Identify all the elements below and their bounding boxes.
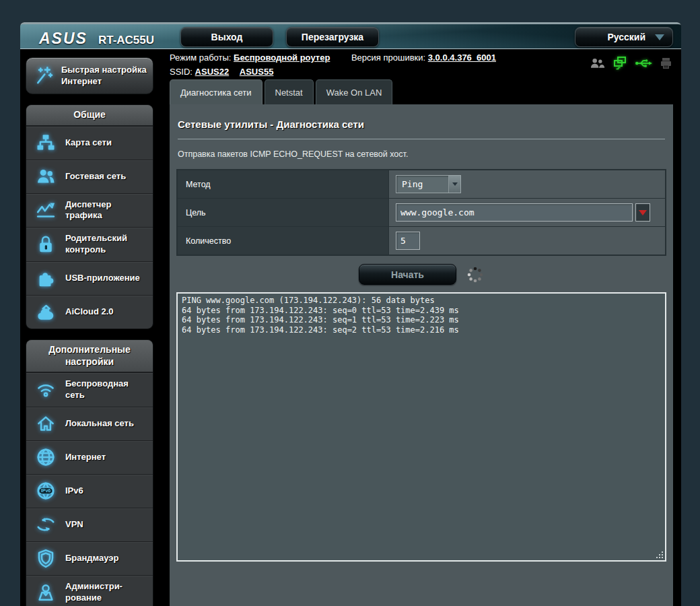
top-banner: ASUS RT-AC55U Выход Перезагрузка Русский xyxy=(20,22,681,49)
reboot-button[interactable]: Перезагрузка xyxy=(286,27,379,47)
ssid-link-2[interactable]: ASUS55 xyxy=(240,67,274,77)
guests-icon xyxy=(35,166,57,187)
magic-wand-icon xyxy=(33,65,55,87)
start-button[interactable]: Начать xyxy=(359,264,456,285)
quick-setup-button[interactable]: Быстрая настройка Интернет xyxy=(26,57,153,94)
sidebar-item-administration[interactable]: Администри-рование xyxy=(26,575,153,606)
sidebar-item-ipv6[interactable]: IPv6 IPv6 xyxy=(26,474,153,508)
firmware-label: Версия прошивки: xyxy=(351,53,425,63)
globe-icon xyxy=(35,447,57,467)
sidebar: Быстрая настройка Интернет Общие Карта с… xyxy=(26,57,153,606)
sidebar-item-wan[interactable]: Интернет xyxy=(26,440,153,474)
count-label: Количество xyxy=(177,227,389,256)
target-input[interactable] xyxy=(396,203,633,222)
language-dropdown[interactable]: Русский xyxy=(575,27,673,47)
traffic-chart-icon xyxy=(35,200,57,220)
mode-link[interactable]: Беспроводной роутер xyxy=(234,53,330,63)
ssid-label: SSID: xyxy=(170,67,193,77)
sidebar-item-firewall[interactable]: Брандмауэр xyxy=(26,541,153,575)
sidebar-section-general: Общие Карта сети xyxy=(26,104,153,329)
router-admin-window: ASUS RT-AC55U Выход Перезагрузка Русский… xyxy=(20,22,681,606)
quick-setup-label: Быстрая настройка Интернет xyxy=(61,65,147,88)
sidebar-item-aicloud[interactable]: AiCloud 2.0 xyxy=(26,295,153,329)
tab-netstat[interactable]: Netstat xyxy=(265,79,314,104)
method-label: Метод xyxy=(177,170,389,199)
ping-output-textarea[interactable]: PING www.google.com (173.194.122.243): 5… xyxy=(176,292,666,562)
red-arrow-icon xyxy=(639,210,647,215)
loading-spinner-icon xyxy=(466,266,484,283)
house-icon xyxy=(35,413,57,434)
vpn-arrows-icon xyxy=(35,514,57,535)
sidebar-item-usb-application[interactable]: USB-приложение xyxy=(26,261,153,295)
page: { "titlebar": { "brand": "ASUS", "model"… xyxy=(0,0,700,606)
infobar: Режим работы: Беспроводной роутер Версия… xyxy=(170,53,496,77)
firmware-link[interactable]: 3.0.0.4.376_6001 xyxy=(428,53,496,63)
wifi-icon xyxy=(35,380,57,400)
infobar-line1: Режим работы: Беспроводной роутер Версия… xyxy=(170,53,496,63)
target-label: Цель xyxy=(177,199,389,227)
ssid-link-1[interactable]: ASUS22 xyxy=(195,67,230,77)
target-dropdown-button[interactable] xyxy=(635,203,650,222)
lock-icon xyxy=(35,234,57,255)
ping-output-text: PING www.google.com (173.194.122.243): 5… xyxy=(178,294,665,337)
method-select[interactable]: Ping xyxy=(396,175,461,193)
tab-wake-on-lan[interactable]: Wake On LAN xyxy=(316,79,393,104)
start-row: Начать xyxy=(170,264,673,285)
diagnostics-form: Метод Ping Цель Количество xyxy=(176,169,666,256)
usb-icon[interactable] xyxy=(635,57,652,69)
count-input[interactable] xyxy=(396,232,420,250)
sidebar-item-lan[interactable]: Локальная сеть xyxy=(26,407,153,440)
status-icons xyxy=(590,56,672,70)
clients-icon[interactable] xyxy=(590,57,605,70)
form-row-count: Количество xyxy=(177,227,666,256)
page-title: Сетевые утилиты - Диагностика сети xyxy=(178,104,665,139)
chevron-down-icon xyxy=(655,34,664,40)
wired-network-icon[interactable] xyxy=(612,56,627,70)
sidebar-item-parental-control[interactable]: Родительский контроль xyxy=(26,227,153,261)
ipv6-icon: IPv6 xyxy=(35,481,57,501)
admin-person-icon xyxy=(35,582,57,603)
method-selected-value: Ping xyxy=(396,179,448,189)
sidebar-item-traffic-manager[interactable]: Диспетчер трафика xyxy=(26,193,153,228)
sidebar-item-network-map[interactable]: Карта сети xyxy=(26,126,153,160)
router-model: RT-AC55U xyxy=(98,34,154,47)
main-panel: Сетевые утилиты - Диагностика сети Отпра… xyxy=(170,104,673,606)
sidebar-item-wireless[interactable]: Беспроводная сеть xyxy=(26,372,153,407)
printer-icon[interactable] xyxy=(660,57,672,69)
cloud-icon xyxy=(35,302,57,323)
logout-button[interactable]: Выход xyxy=(180,27,273,47)
page-description: Отправка пакетов ICMP ECHO_REQUEST на се… xyxy=(178,149,665,159)
puzzle-icon xyxy=(35,269,57,289)
svg-text:IPv6: IPv6 xyxy=(41,489,51,494)
select-arrow-icon xyxy=(448,176,460,193)
form-row-method: Метод Ping xyxy=(177,170,666,199)
tab-network-diagnostics[interactable]: Диагностика сети xyxy=(170,79,262,104)
section-title-general: Общие xyxy=(26,105,153,126)
form-row-target: Цель xyxy=(177,199,666,227)
sidebar-section-advanced: Дополнительные настройки Беспроводная се… xyxy=(26,339,153,606)
section-title-advanced: Дополнительные настройки xyxy=(26,340,153,372)
mode-label: Режим работы: xyxy=(170,53,231,63)
asus-logo: ASUS xyxy=(39,30,88,48)
tab-bar: Диагностика сети Netstat Wake On LAN xyxy=(170,79,394,104)
sitemap-icon xyxy=(35,133,57,153)
resize-grip[interactable] xyxy=(662,557,663,558)
sidebar-item-guest-network[interactable]: Гостевая сеть xyxy=(26,160,153,193)
sidebar-item-vpn[interactable]: VPN xyxy=(26,508,153,541)
language-label: Русский xyxy=(607,32,645,42)
infobar-line2: SSID: ASUS22 ASUS55 xyxy=(170,67,496,77)
shield-icon xyxy=(35,548,57,568)
brand-area: ASUS RT-AC55U xyxy=(39,30,154,48)
